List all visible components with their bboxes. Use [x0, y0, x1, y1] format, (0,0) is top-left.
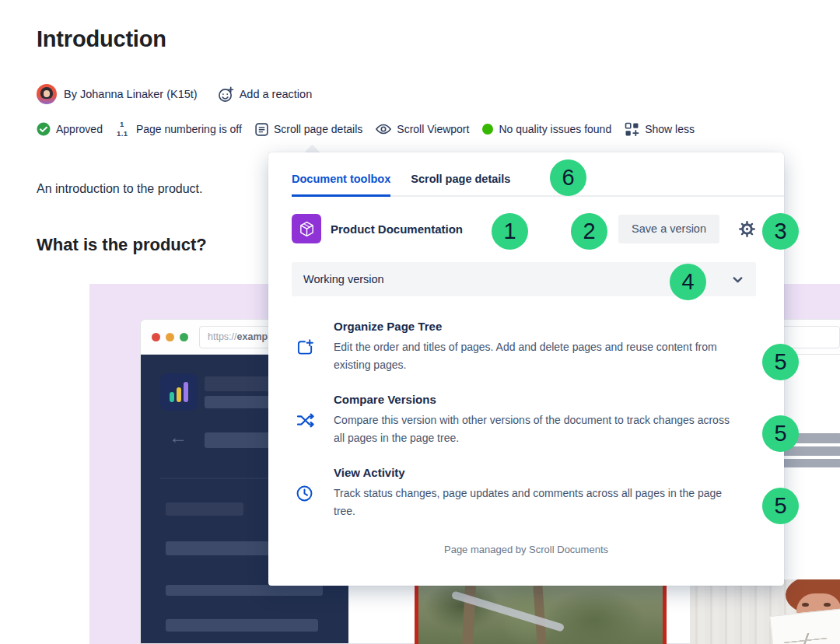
- annotation-badge-3: 3: [762, 213, 799, 250]
- popup-footer-text: Page managed by Scroll Documents: [268, 544, 784, 555]
- bar-chart-icon: [177, 387, 181, 402]
- chevron-down-icon: [731, 273, 744, 286]
- status-label: Scroll Viewport: [397, 123, 469, 135]
- annotation-badge-4: 4: [670, 264, 706, 300]
- action-title: Organize Page Tree: [334, 320, 741, 333]
- status-label: Approved: [56, 123, 103, 135]
- package-cube-icon: [298, 220, 316, 238]
- numbering-top: 1: [120, 120, 124, 128]
- status-label: Scroll page details: [274, 123, 362, 135]
- action-text: Compare Versions Compare this version wi…: [334, 393, 741, 447]
- close-window-icon: [152, 333, 160, 341]
- person-eye: [824, 603, 831, 607]
- sidebar-placeholder-bar: [166, 502, 243, 516]
- person-eye: [802, 603, 809, 607]
- status-scroll-page-details[interactable]: Scroll page details: [255, 123, 362, 136]
- view-activity-icon: [296, 466, 315, 520]
- annotation-badge-6: 6: [550, 159, 586, 196]
- version-selector-value: Working version: [303, 273, 384, 285]
- sidebar-placeholder-bar: [166, 585, 323, 596]
- action-description: Track status changes, page updates and c…: [334, 485, 741, 520]
- grid-plus-icon: [625, 122, 639, 137]
- status-label: No quality issues found: [499, 123, 611, 135]
- status-scroll-viewport[interactable]: Scroll Viewport: [376, 123, 469, 135]
- tab-scroll-page-details[interactable]: Scroll page details: [411, 173, 510, 197]
- author-avatar[interactable]: [37, 84, 57, 104]
- action-title: Compare Versions: [334, 393, 741, 406]
- status-label: Page numbering is off: [136, 123, 242, 135]
- action-title: View Activity: [334, 466, 741, 479]
- action-text: View Activity Track status changes, page…: [334, 466, 741, 520]
- eye-icon: [376, 124, 391, 135]
- annotation-badge-1: 1: [492, 213, 528, 250]
- sketch-paper: [769, 608, 840, 644]
- organize-page-tree-icon: [296, 320, 315, 374]
- traffic-lights: [152, 333, 188, 341]
- page-title: Introduction: [37, 26, 166, 52]
- tab-document-toolbox[interactable]: Document toolbox: [292, 173, 390, 197]
- page-details-icon: [255, 123, 268, 136]
- annotation-badge-5: 5: [762, 344, 799, 380]
- bar-chart-icon: [170, 392, 174, 402]
- action-description: Compare this version with other versions…: [334, 411, 741, 447]
- document-tile: [292, 214, 321, 243]
- maximize-window-icon: [180, 333, 188, 341]
- action-description: Edit the order and titles of pages. Add …: [334, 338, 741, 374]
- section-heading: What is the product?: [37, 235, 207, 255]
- back-arrow-icon: ←: [169, 426, 187, 448]
- byline: By Johanna Linaker (K15t) Add a reaction: [37, 84, 312, 104]
- nature-photo: [415, 583, 667, 644]
- action-view-activity[interactable]: View Activity Track status changes, page…: [296, 466, 756, 520]
- gear-icon: [738, 220, 756, 238]
- document-name: Product Documentation: [331, 222, 463, 236]
- action-text: Organize Page Tree Edit the order and ti…: [334, 320, 741, 374]
- save-version-button[interactable]: Save a version: [618, 215, 719, 243]
- bar-chart-icon: [184, 382, 188, 402]
- add-reaction-icon: [218, 86, 234, 103]
- add-reaction-label: Add a reaction: [240, 88, 313, 100]
- status-bar: Approved 1 1.1 Page numbering is off Scr…: [37, 121, 695, 137]
- document-toolbox-popup: Document toolbox Scroll page details Pro…: [268, 152, 784, 586]
- author-name[interactable]: By Johanna Linaker (K15t): [64, 88, 198, 100]
- settings-button[interactable]: [738, 220, 756, 238]
- check-circle-icon: [37, 122, 51, 136]
- person-photo: [690, 579, 840, 644]
- compare-versions-icon: [296, 393, 315, 447]
- status-show-less[interactable]: Show less: [625, 122, 695, 137]
- popup-actions: Organize Page Tree Edit the order and ti…: [296, 320, 756, 520]
- sidebar-placeholder-bar: [166, 619, 318, 632]
- status-approved[interactable]: Approved: [37, 122, 103, 136]
- add-reaction-button[interactable]: Add a reaction: [218, 86, 313, 103]
- popup-tabs: Document toolbox Scroll page details: [292, 173, 784, 197]
- numbering-bottom: 1.1: [117, 129, 128, 138]
- intro-paragraph: An introduction to the product.: [37, 182, 202, 196]
- status-quality[interactable]: No quality issues found: [482, 123, 611, 135]
- annotation-badge-5: 5: [762, 488, 799, 524]
- status-page-numbering[interactable]: 1 1.1 Page numbering is off: [116, 121, 242, 137]
- minimize-window-icon: [166, 333, 174, 341]
- tree-trunk: [533, 586, 546, 644]
- status-label: Show less: [645, 123, 695, 135]
- action-compare-versions[interactable]: Compare Versions Compare this version wi…: [296, 393, 756, 447]
- page-numbering-icon: 1 1.1: [116, 121, 131, 137]
- mockup-logo-tile: [160, 373, 198, 411]
- action-organize-page-tree[interactable]: Organize Page Tree Edit the order and ti…: [296, 320, 756, 374]
- annotation-badge-5: 5: [762, 415, 799, 452]
- quality-dot-icon: [482, 124, 493, 135]
- annotation-badge-2: 2: [571, 213, 607, 250]
- url-prefix: https://: [208, 331, 237, 342]
